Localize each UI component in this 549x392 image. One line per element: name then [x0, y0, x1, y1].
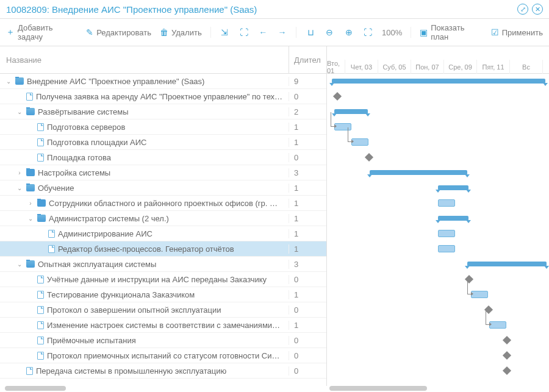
row-duration: 0	[289, 305, 326, 315]
row-duration: 0	[289, 336, 326, 345]
zoom-out-icon[interactable]: ⊖	[325, 27, 335, 38]
collapse-toggle[interactable]: ⌄	[16, 109, 23, 115]
zoom-reset-icon[interactable]: ⛶	[363, 27, 373, 38]
table-row[interactable]: ⌄Внедрение АИС "Проектное управление" (S…	[0, 74, 326, 89]
document-icon	[26, 93, 33, 101]
table-row[interactable]: ⌄Опытная эксплуатация системы3	[0, 257, 326, 272]
table-row[interactable]: Изменение настроек системы в соответстви…	[0, 318, 326, 333]
row-duration: 1	[289, 199, 326, 208]
timeline-col: Чет, 03	[345, 60, 378, 74]
row-label: Редактор бизнес-процессов. Генератор отч…	[58, 244, 234, 254]
timeline-col: Вто, 01	[327, 60, 345, 74]
table-row[interactable]: Подготовка серверов1	[0, 119, 326, 135]
column-duration[interactable]: Длител	[289, 46, 326, 73]
expand-all-icon[interactable]: ⛶	[239, 27, 249, 38]
arrow-right-icon[interactable]: →	[277, 27, 287, 38]
row-label: Подготовка площадки АИС	[47, 138, 147, 147]
table-row[interactable]: Получена заявка на аренду АИС "Проектное…	[0, 89, 326, 104]
folder-icon	[26, 108, 35, 115]
check-icon: ☑	[491, 27, 499, 37]
collapse-toggle[interactable]: ⌄	[5, 78, 12, 85]
table-row[interactable]: Тестирование функционала Заказчиком1	[0, 287, 326, 302]
timeline-col: Вс	[510, 60, 543, 74]
folder-icon	[15, 77, 24, 85]
table-header: Название Длител	[0, 46, 326, 74]
add-task-button[interactable]: ＋Добавить задачу	[6, 23, 77, 41]
edit-button[interactable]: ✎Редактировать	[86, 27, 151, 37]
row-duration: 1	[289, 214, 326, 223]
gantt-milestone[interactable]	[503, 366, 511, 375]
row-label: Изменение настроек системы в соответстви…	[47, 321, 280, 330]
show-plan-button[interactable]: ▣Показать план	[420, 23, 483, 41]
collapse-toggle[interactable]: ⌄	[27, 215, 34, 222]
gantt-summary-bar[interactable]	[438, 185, 468, 190]
column-name[interactable]: Название	[0, 55, 289, 65]
folder-icon	[37, 199, 46, 207]
expand-toggle[interactable]: ›	[27, 200, 34, 207]
row-duration: 0	[289, 92, 326, 101]
delete-button[interactable]: 🗑Удалить	[160, 27, 202, 37]
apply-button[interactable]: ☑Применить	[491, 27, 543, 37]
table-row[interactable]: Протокол приемочных испытаний со статусо…	[0, 348, 326, 363]
expand-toggle[interactable]: ›	[16, 169, 23, 176]
gantt-task-bar[interactable]	[471, 291, 488, 298]
table-row[interactable]: ⌄Администратор системы (2 чел.)1	[0, 211, 326, 226]
table-row[interactable]: Передача системы в промышленную эксплуат…	[0, 363, 326, 379]
row-label: Подготовка серверов	[47, 123, 125, 132]
table-row[interactable]: Протокол о завершении опытной эксплуатац…	[0, 302, 326, 318]
row-label: Развёртывание системы	[38, 107, 129, 116]
gantt-milestone[interactable]	[365, 153, 373, 162]
plus-icon: ＋	[6, 27, 15, 38]
folder-icon	[26, 169, 35, 176]
gantt-summary-bar[interactable]	[334, 109, 368, 114]
gantt-summary-bar[interactable]	[370, 170, 467, 175]
gantt-milestone[interactable]	[503, 351, 511, 360]
table-row[interactable]: Учётные данные и инструкции на АИС перед…	[0, 272, 326, 287]
gantt-summary-bar[interactable]	[332, 79, 545, 84]
row-duration: 0	[289, 275, 326, 284]
row-duration: 1	[289, 138, 326, 147]
row-label: Приёмочные испытания	[47, 336, 136, 345]
collapse-toggle[interactable]: ⌄	[16, 261, 23, 268]
close-icon[interactable]: ✕	[532, 4, 543, 15]
document-icon	[37, 321, 44, 329]
table-row[interactable]: ⌄Обучение1	[0, 180, 326, 196]
collapse-icon[interactable]: ⇲	[220, 27, 230, 38]
gantt-task-bar[interactable]	[438, 199, 455, 207]
table-row[interactable]: Администрирование АИС1	[0, 226, 326, 241]
row-label: Площадка готова	[47, 153, 111, 162]
timeline-col: Суб, 05	[378, 60, 411, 74]
table-row[interactable]: ›Сотрудники областного и районного проек…	[0, 196, 326, 211]
zoom-level: 100%	[382, 28, 402, 37]
document-icon	[37, 291, 44, 299]
table-row[interactable]: Приёмочные испытания0	[0, 333, 326, 348]
table-row[interactable]: ⌄Развёртывание системы2	[0, 104, 326, 119]
zoom-fit-icon[interactable]: ⊔	[305, 27, 315, 38]
expand-icon[interactable]: ⤢	[517, 4, 528, 15]
gantt-summary-bar[interactable]	[438, 216, 468, 221]
table-row[interactable]: ›Настройка системы3	[0, 165, 326, 180]
gantt-task-bar[interactable]	[438, 230, 455, 237]
table-row[interactable]: Площадка готова0	[0, 150, 326, 165]
row-label: Получена заявка на аренду АИС "Проектное…	[36, 92, 282, 101]
row-label: Администратор системы (2 чел.)	[49, 214, 169, 223]
gantt-summary-bar[interactable]	[467, 262, 547, 266]
arrow-left-icon[interactable]: ←	[257, 27, 268, 38]
row-label: Протокол приемочных испытаний со статусо…	[47, 351, 279, 360]
table-row[interactable]: Редактор бизнес-процессов. Генератор отч…	[0, 241, 326, 257]
row-label: Опытная эксплуатация системы	[38, 260, 156, 269]
document-icon	[48, 230, 55, 238]
zoom-in-icon[interactable]: ⊕	[343, 27, 354, 38]
folder-icon	[26, 260, 35, 268]
table-row[interactable]: Подготовка площадки АИС1	[0, 135, 326, 150]
document-icon	[37, 123, 44, 131]
gantt-milestone[interactable]	[503, 336, 511, 344]
horizontal-scrollbar-right[interactable]	[329, 386, 427, 391]
collapse-toggle[interactable]: ⌄	[16, 185, 23, 191]
gantt-task-bar[interactable]	[351, 138, 368, 146]
horizontal-scrollbar-left[interactable]	[5, 386, 66, 391]
gantt-task-bar[interactable]	[438, 245, 455, 252]
row-label: Настройка системы	[38, 168, 110, 177]
gantt-milestone[interactable]	[333, 92, 342, 101]
gantt-task-bar[interactable]	[489, 321, 506, 329]
